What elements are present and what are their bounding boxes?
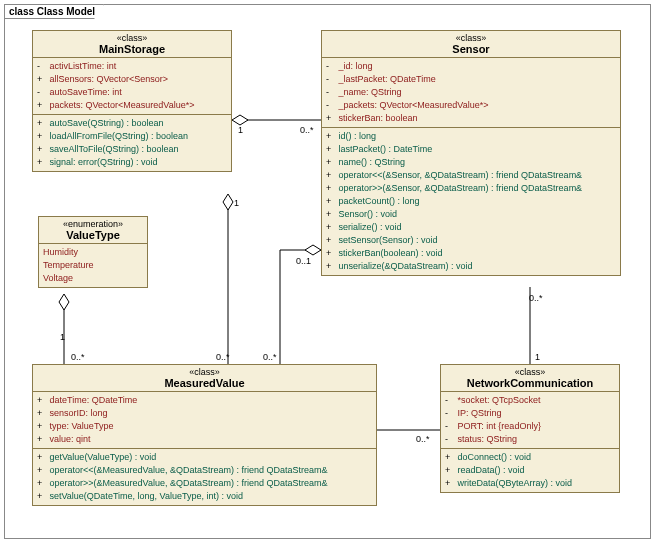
stereotype: «class» xyxy=(445,367,615,377)
class-header: «class» MeasuredValue xyxy=(33,365,376,392)
enum-literal: Humidity xyxy=(43,246,143,259)
attribute-row: - IP: QString xyxy=(445,407,615,420)
operation-row: + name() : QString xyxy=(326,156,616,169)
operations-section: + getValue(ValueType) : void+ operator<<… xyxy=(33,449,376,505)
operation-row: + saveAllToFile(QString) : boolean xyxy=(37,143,227,156)
operations-section: + doConnect() : void+ readData() : void+… xyxy=(441,449,619,492)
diagram-title-tab: class Class Model xyxy=(4,4,104,19)
literals-section: HumidityTemperatureVoltage xyxy=(39,244,147,287)
class-header: «enumeration» ValueType xyxy=(39,217,147,244)
operation-row: + autoSave(QString) : boolean xyxy=(37,117,227,130)
operation-row: + loadAllFromFile(QString) : boolean xyxy=(37,130,227,143)
enum-literal: Voltage xyxy=(43,272,143,285)
class-mainstorage: «class» MainStorage - activListTime: int… xyxy=(32,30,232,172)
attribute-row: - _id: long xyxy=(326,60,616,73)
attribute-row: + value: qint xyxy=(37,433,372,446)
diagram-title: class Class Model xyxy=(9,6,95,17)
class-measuredvalue: «class» MeasuredValue + dateTime: QDateT… xyxy=(32,364,377,506)
class-header: «class» MainStorage xyxy=(33,31,231,58)
attribute-row: - activListTime: int xyxy=(37,60,227,73)
operation-row: + stickerBan(boolean) : void xyxy=(326,247,616,260)
operation-row: + signal: error(QString) : void xyxy=(37,156,227,169)
stereotype: «class» xyxy=(37,33,227,43)
operation-row: + setValue(QDateTime, long, ValueType, i… xyxy=(37,490,372,503)
operations-section: + id() : long+ lastPacket() : DateTime+ … xyxy=(322,128,620,275)
stereotype: «class» xyxy=(326,33,616,43)
attribute-row: + stickerBan: boolean xyxy=(326,112,616,125)
operation-row: + operator<<(&Sensor, &QDataStream) : fr… xyxy=(326,169,616,182)
operation-row: + id() : long xyxy=(326,130,616,143)
operation-row: + doConnect() : void xyxy=(445,451,615,464)
operation-row: + operator>>(&MeasuredValue, &QDataStrea… xyxy=(37,477,372,490)
operation-row: + Sensor() : void xyxy=(326,208,616,221)
attribute-row: - autoSaveTime: int xyxy=(37,86,227,99)
class-name: Sensor xyxy=(326,43,616,55)
attribute-row: - _lastPacket: QDateTime xyxy=(326,73,616,86)
class-name: NetworkCommunication xyxy=(445,377,615,389)
attribute-row: + sensorID: long xyxy=(37,407,372,420)
attribute-row: - _name: QString xyxy=(326,86,616,99)
attribute-row: + allSensors: QVector<Sensor> xyxy=(37,73,227,86)
operation-row: + getValue(ValueType) : void xyxy=(37,451,372,464)
attributes-section: - activListTime: int+ allSensors: QVecto… xyxy=(33,58,231,115)
attributes-section: + dateTime: QDateTime+ sensorID: long+ t… xyxy=(33,392,376,449)
stereotype: «class» xyxy=(37,367,372,377)
attribute-row: + dateTime: QDateTime xyxy=(37,394,372,407)
attribute-row: - status: QString xyxy=(445,433,615,446)
operation-row: + packetCount() : long xyxy=(326,195,616,208)
stereotype: «enumeration» xyxy=(43,219,143,229)
operations-section: + autoSave(QString) : boolean+ loadAllFr… xyxy=(33,115,231,171)
attribute-row: - _packets: QVector<MeasuredValue*> xyxy=(326,99,616,112)
attributes-section: - _id: long- _lastPacket: QDateTime- _na… xyxy=(322,58,620,128)
operation-row: + operator<<(&MeasuredValue, &QDataStrea… xyxy=(37,464,372,477)
attribute-row: + packets: QVector<MeasuredValue*> xyxy=(37,99,227,112)
operation-row: + lastPacket() : DateTime xyxy=(326,143,616,156)
attribute-row: - *socket: QTcpSocket xyxy=(445,394,615,407)
class-sensor: «class» Sensor - _id: long- _lastPacket:… xyxy=(321,30,621,276)
attributes-section: - *socket: QTcpSocket- IP: QString- PORT… xyxy=(441,392,619,449)
class-name: MainStorage xyxy=(37,43,227,55)
class-name: ValueType xyxy=(43,229,143,241)
attribute-row: - PORT: int {readOnly} xyxy=(445,420,615,433)
class-name: MeasuredValue xyxy=(37,377,372,389)
attribute-row: + type: ValueType xyxy=(37,420,372,433)
operation-row: + readData() : void xyxy=(445,464,615,477)
operation-row: + setSensor(Sensor) : void xyxy=(326,234,616,247)
class-header: «class» Sensor xyxy=(322,31,620,58)
operation-row: + serialize() : void xyxy=(326,221,616,234)
operation-row: + operator>>(&Sensor, &QDataStream) : fr… xyxy=(326,182,616,195)
operation-row: + unserialize(&QDataStream) : void xyxy=(326,260,616,273)
class-networkcommunication: «class» NetworkCommunication - *socket: … xyxy=(440,364,620,493)
class-valuetype: «enumeration» ValueType HumidityTemperat… xyxy=(38,216,148,288)
class-header: «class» NetworkCommunication xyxy=(441,365,619,392)
operation-row: + writeData(QByteArray) : void xyxy=(445,477,615,490)
enum-literal: Temperature xyxy=(43,259,143,272)
